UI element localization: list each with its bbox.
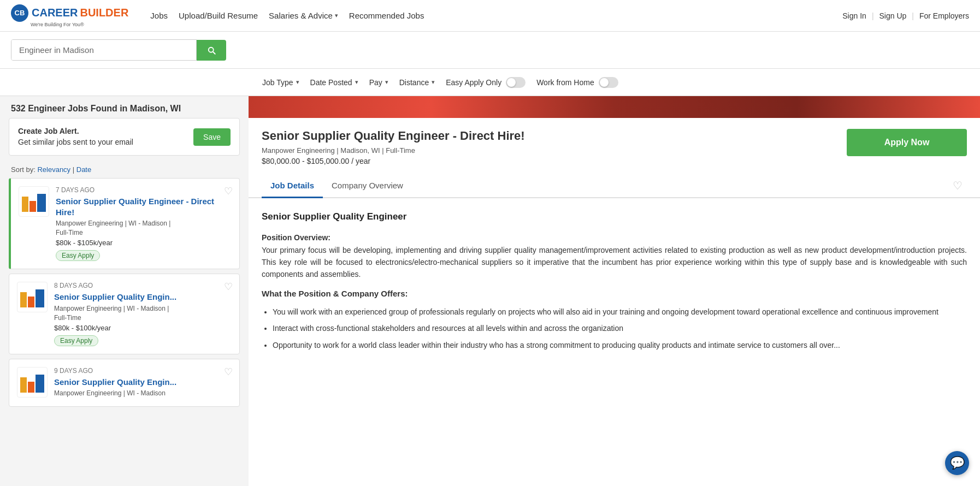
job-content-title: Senior Supplier Quality Engineer <box>262 209 967 224</box>
banner-bar <box>249 96 980 118</box>
svg-rect-7 <box>28 382 34 393</box>
date-posted-chevron-icon: ▾ <box>355 79 358 86</box>
pay-filter[interactable]: Pay ▾ <box>369 76 388 89</box>
manpower-logo-svg-2 <box>20 287 44 307</box>
job-salary-2: $80k - $100k/year <box>54 324 232 332</box>
offer-bullet-2: Interact with cross-functional stakehold… <box>273 322 967 334</box>
job-meta-1: Manpower Engineering | WI - Madison | <box>56 220 232 227</box>
easy-apply-toggle[interactable] <box>506 77 526 88</box>
job-header-salary: $80,000.00 - $105,000.00 / year <box>262 157 836 165</box>
main-layout: 532 Engineer Jobs Found in Madison, WI C… <box>0 96 980 486</box>
chat-icon: 💬 <box>950 456 965 470</box>
nav-resume[interactable]: Upload/Build Resume <box>179 11 258 20</box>
easy-apply-label: Easy Apply Only <box>446 78 501 87</box>
search-bar <box>0 32 980 69</box>
days-ago-2: 8 DAYS AGO <box>54 282 232 289</box>
save-job-1-button[interactable]: ♡ <box>224 185 233 197</box>
nav-salaries[interactable]: Salaries & Advice ▾ <box>269 11 338 20</box>
company-logo-3 <box>17 367 48 398</box>
offer-bullet-3: Opportunity to work for a world class le… <box>273 339 967 351</box>
svg-rect-3 <box>20 292 27 307</box>
job-card-1[interactable]: 7 DAYS AGO Senior Supplier Quality Engin… <box>9 178 240 269</box>
job-alert-title: Create Job Alert. <box>18 126 133 137</box>
job-salary-1: $80k - $105k/year <box>56 239 232 247</box>
nav-recommended[interactable]: Recommended Jobs <box>349 11 424 20</box>
overview-title: Position Overview: <box>262 233 330 242</box>
left-panel: 532 Engineer Jobs Found in Madison, WI C… <box>0 96 249 486</box>
tab-job-details[interactable]: Job Details <box>262 174 323 198</box>
job-title-1: Senior Supplier Quality Engineer - Direc… <box>56 196 232 217</box>
offers-title: What the Position & Company Offers: <box>262 287 967 300</box>
svg-rect-8 <box>36 375 44 393</box>
navbar: CB CAREER BUILDER We're Building For You… <box>0 0 980 32</box>
save-job-heart-icon[interactable]: ♡ <box>948 175 967 197</box>
easy-apply-toggle-wrap: Easy Apply Only <box>446 77 526 88</box>
save-job-2-button[interactable]: ♡ <box>224 281 233 293</box>
job-header-info: Senior Supplier Quality Engineer - Direc… <box>262 129 836 165</box>
job-type-2: Full-Time <box>54 314 232 322</box>
logo-tagline: We're Building For You® <box>31 22 84 27</box>
sort-row: Sort by: Relevancy | Date <box>0 162 249 178</box>
results-count: 532 Engineer Jobs Found in Madison, WI <box>0 96 249 118</box>
svg-rect-2 <box>37 194 46 212</box>
job-card-2[interactable]: 8 DAYS AGO Senior Supplier Quality Engin… <box>9 274 240 354</box>
sign-up-link[interactable]: Sign Up <box>879 11 907 20</box>
job-meta-3: Manpower Engineering | WI - Madison <box>54 389 232 397</box>
wfh-toggle-knob <box>600 78 609 87</box>
tabs-bar: Job Details Company Overview ♡ <box>249 174 980 198</box>
svg-rect-0 <box>22 197 28 212</box>
apply-now-button[interactable]: Apply Now <box>847 129 967 156</box>
svg-rect-1 <box>29 201 36 212</box>
work-from-home-label: Work from Home <box>536 78 594 87</box>
svg-rect-6 <box>20 377 27 393</box>
filters-bar: Job Type ▾ Date Posted ▾ Pay ▾ Distance … <box>0 69 980 96</box>
save-job-3-button[interactable]: ♡ <box>224 366 233 378</box>
work-from-home-toggle[interactable] <box>599 77 618 88</box>
days-ago-3: 9 DAYS AGO <box>54 367 232 375</box>
offers-list: You will work with an experienced group … <box>262 306 967 351</box>
logo-circle: CB <box>11 4 28 22</box>
sign-in-link[interactable]: Sign In <box>842 11 866 20</box>
nav-links: Jobs Upload/Build Resume Salaries & Advi… <box>150 11 829 20</box>
job-type-1: Full-Time <box>56 229 232 236</box>
job-alert-box: Create Job Alert. Get similar jobs sent … <box>9 118 240 156</box>
sort-relevancy-link[interactable]: Relevancy <box>37 165 70 174</box>
logo[interactable]: CB CAREER BUILDER We're Building For You… <box>11 4 128 27</box>
job-header-title: Senior Supplier Quality Engineer - Direc… <box>262 129 836 143</box>
logo-builder: BUILDER <box>80 7 128 19</box>
distance-chevron-icon: ▾ <box>432 79 435 86</box>
svg-rect-5 <box>36 289 44 307</box>
job-meta-2: Manpower Engineering | WI - Madison | <box>54 305 232 312</box>
pay-chevron-icon: ▾ <box>385 79 388 86</box>
chat-bubble-button[interactable]: 💬 <box>945 451 969 475</box>
tab-company-overview[interactable]: Company Overview <box>323 174 412 198</box>
save-alert-button[interactable]: Save <box>193 128 231 146</box>
manpower-logo-svg-1 <box>22 191 46 212</box>
company-logo-1 <box>19 186 49 217</box>
offer-bullet-1: You will work with an experienced group … <box>273 306 967 318</box>
search-button[interactable] <box>197 40 226 61</box>
date-posted-filter[interactable]: Date Posted ▾ <box>310 76 358 89</box>
svg-rect-4 <box>28 297 34 307</box>
job-header-meta: Manpower Engineering | Madison, WI | Ful… <box>262 146 836 155</box>
logo-career: CAREER <box>32 7 78 19</box>
job-title-3: Senior Supplier Quality Engin... <box>54 377 232 388</box>
toggle-knob <box>507 78 516 87</box>
search-input-wrap <box>11 39 197 61</box>
for-employers-link[interactable]: For Employers <box>919 11 969 20</box>
job-type-filter[interactable]: Job Type ▾ <box>262 76 299 89</box>
nav-right: Sign In | Sign Up | For Employers <box>842 11 969 20</box>
nav-jobs[interactable]: Jobs <box>150 11 168 20</box>
sort-date-link[interactable]: Date <box>76 165 91 174</box>
job-content: Senior Supplier Quality Engineer Positio… <box>249 198 980 369</box>
overview-body: Your primary focus will be developing, i… <box>262 246 967 279</box>
job-alert-text: Create Job Alert. Get similar jobs sent … <box>18 126 133 147</box>
work-from-home-toggle-wrap: Work from Home <box>536 77 618 88</box>
job-title-2: Senior Supplier Quality Engin... <box>54 292 232 303</box>
job-alert-body: Get similar jobs sent to your email <box>18 137 133 148</box>
distance-filter[interactable]: Distance ▾ <box>399 76 435 89</box>
job-type-chevron-icon: ▾ <box>296 79 299 86</box>
job-card-3[interactable]: 9 DAYS AGO Senior Supplier Quality Engin… <box>9 359 240 407</box>
search-input[interactable] <box>11 40 196 60</box>
easy-apply-badge-1: Easy Apply <box>56 250 100 261</box>
